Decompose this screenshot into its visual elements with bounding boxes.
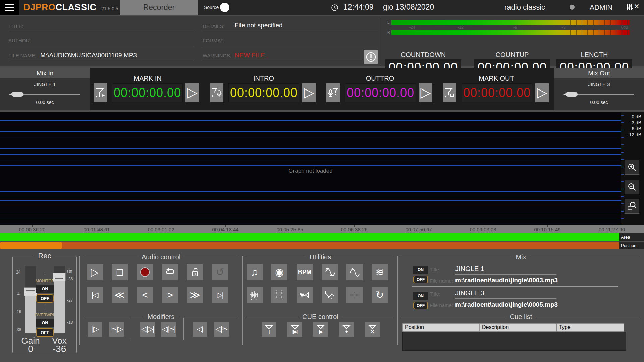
mix1-file-link[interactable]: m:\radioent\audio\jingle\0003.mp3 — [455, 277, 558, 284]
zoom-selection-button[interactable] — [625, 199, 639, 214]
envelope-button[interactable] — [322, 287, 338, 303]
set-mark-out-button[interactable] — [443, 83, 456, 102]
fast-forward-button[interactable]: ≫ — [187, 287, 203, 303]
lock-button[interactable] — [187, 264, 203, 280]
step-forward-button[interactable]: > — [162, 287, 178, 303]
gain-value: 0 — [15, 344, 46, 354]
mix-in-panel: Mix In JINGLE 1 0.00 sec — [0, 68, 90, 110]
source-toggle[interactable] — [220, 3, 229, 12]
step-forward-icon: > — [167, 290, 173, 300]
fade-marks-button[interactable] — [247, 287, 263, 303]
play-after-cursor-button[interactable]: |▷ — [88, 322, 102, 337]
station-name: radio classic — [504, 3, 545, 12]
timeline-label: 00:05:25.85 — [258, 225, 322, 233]
user-name: ADMIN — [590, 3, 612, 11]
gain-marks-button[interactable] — [271, 287, 287, 303]
play-outtro-button[interactable]: ▷ — [419, 83, 432, 102]
mix1-on-button[interactable]: ON — [413, 266, 428, 274]
gain-slider[interactable] — [25, 266, 36, 333]
warning-button[interactable] — [364, 50, 378, 64]
play-button[interactable]: ▷ — [87, 264, 103, 280]
position-bar[interactable] — [0, 242, 619, 249]
wave-marker-button[interactable] — [346, 264, 363, 280]
vox-slider-thumb[interactable] — [53, 273, 66, 281]
zoom-selection-icon — [627, 201, 637, 211]
mixer-settings-icon[interactable] — [626, 4, 633, 11]
play-intro-button[interactable]: ▷ — [302, 83, 316, 102]
mix-out-slider[interactable] — [564, 92, 634, 97]
timeline-label: 00:01:48.61 — [64, 225, 129, 233]
rewind-button[interactable]: ≪ — [112, 287, 128, 303]
cut-after-cursor-button[interactable]: ✂|▷ — [109, 322, 124, 337]
menu-icon[interactable] — [0, 0, 19, 15]
zoom-out-button[interactable] — [625, 180, 639, 194]
vu-scale-tick: -3 — [562, 25, 566, 30]
play-before-cursor-button[interactable]: ◁| — [193, 322, 207, 337]
cue-play-button[interactable]: ▶ — [313, 322, 328, 337]
loop-icon — [165, 268, 175, 277]
play-selection-icon: ◁|▷| — [141, 325, 154, 333]
mix2-on-button[interactable]: ON — [413, 292, 428, 300]
set-mark-in-button[interactable] — [94, 83, 107, 102]
zoom-in-icon — [627, 163, 637, 172]
multi-wave-button[interactable]: ≋ — [372, 264, 388, 280]
cue-set-button[interactable]: | — [262, 322, 276, 337]
audio-file-button[interactable]: ♫ — [247, 264, 263, 280]
play-mark-in-button[interactable]: ▷ — [185, 83, 199, 102]
mix1-title-value: JINGLE 1 — [455, 265, 484, 273]
record-icon — [140, 267, 150, 277]
vox-slider[interactable] — [54, 266, 65, 333]
refresh-button[interactable]: ↻ — [372, 287, 388, 303]
normalize-button[interactable] — [322, 264, 338, 280]
mix-in-slider[interactable] — [10, 92, 80, 97]
mix-in-slider-thumb[interactable] — [11, 92, 23, 97]
vu-scale-tick: -12 — [458, 25, 463, 30]
record-button[interactable] — [137, 264, 153, 280]
cue-bounds-button[interactable]: |▶| — [287, 322, 302, 337]
bpm-button[interactable]: BPM — [297, 264, 313, 280]
cue-add-button[interactable]: + — [339, 322, 354, 337]
play-icon: ▷ — [187, 85, 198, 100]
play-selection-button[interactable]: ◁|▷| — [140, 322, 155, 337]
play-mark-out-button[interactable]: ▷ — [535, 83, 549, 102]
cut-selection-button[interactable]: ◁|✂| — [161, 322, 176, 337]
warnings-label: WARNINGS: — [203, 53, 231, 58]
points-line-button[interactable] — [346, 287, 363, 303]
cue-col-type[interactable]: Type — [556, 323, 624, 332]
multi-wave-icon: ≋ — [375, 267, 384, 277]
disc-button[interactable]: ◉ — [271, 264, 287, 280]
author-label: AUTHOR: — [8, 38, 31, 43]
loop-button[interactable] — [162, 264, 178, 280]
timeline-ruler[interactable]: 00:00:36.2000:01:48.6100:03:01.0200:04:1… — [0, 225, 644, 233]
mix1-off-button[interactable]: OFF — [413, 276, 428, 283]
overwrite-on-button[interactable]: ON — [36, 319, 54, 327]
stop-button[interactable]: □ — [112, 264, 128, 280]
go-end-button[interactable]: ▷| — [212, 287, 228, 303]
denoise-button[interactable] — [297, 287, 313, 303]
monitor-on-button[interactable]: ON — [36, 285, 54, 293]
cue-col-position[interactable]: Position — [402, 323, 480, 332]
timeline-label: 00:03:01.02 — [129, 225, 193, 233]
set-outtro-button[interactable] — [326, 83, 340, 102]
mix2-off-button[interactable]: OFF — [413, 302, 428, 309]
mix2-file-link[interactable]: m:\radioent\audio\jingle\0005.mp3 — [455, 301, 558, 308]
area-bar[interactable] — [0, 233, 619, 241]
bottom-panel: Rec 24 4 -16 -38 MONITOR ON OFF OVERWRIT… — [0, 249, 644, 362]
go-start-button[interactable]: |◁ — [87, 287, 103, 303]
cue-delete-button[interactable]: ✕ — [365, 322, 380, 337]
mix-out-slider-thumb[interactable] — [566, 92, 578, 97]
mix-in-title: Mix In — [0, 68, 90, 78]
step-back-button[interactable]: < — [137, 287, 153, 303]
stop-icon: □ — [117, 267, 123, 277]
zoom-in-button[interactable] — [625, 160, 639, 175]
cue-col-description[interactable]: Description — [480, 323, 556, 332]
position-bar-segment[interactable] — [0, 242, 62, 249]
close-icon[interactable]: × — [634, 1, 639, 12]
position-label: Position — [619, 242, 644, 249]
cue-list-body[interactable] — [402, 332, 626, 351]
cut-before-cursor-button[interactable]: ◁|✂ — [214, 322, 229, 337]
monitor-off-button[interactable]: OFF — [36, 294, 54, 303]
tab-recorder[interactable]: Recorder — [120, 0, 198, 15]
undo-button[interactable]: ↺ — [212, 264, 228, 280]
set-intro-button[interactable] — [210, 83, 223, 102]
